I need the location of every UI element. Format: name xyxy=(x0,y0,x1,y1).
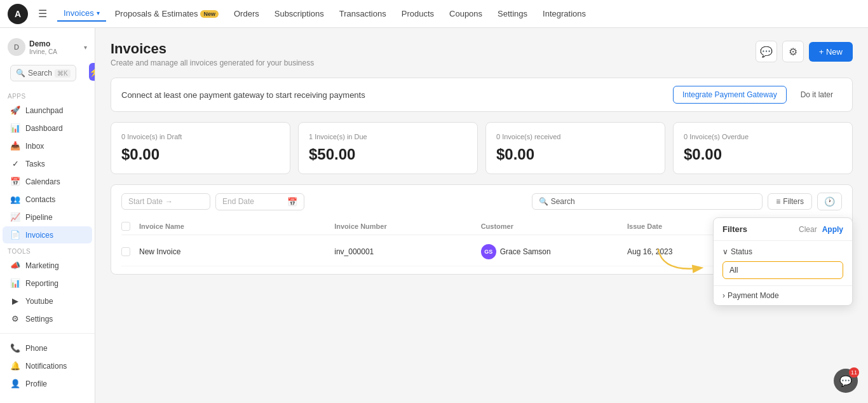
end-date-input[interactable]: End Date 📅 xyxy=(215,193,304,210)
banner-text: Connect at least one payment gateway to … xyxy=(121,90,365,100)
invoice-name[interactable]: New Invoice xyxy=(139,247,334,256)
contacts-icon: 👥 xyxy=(10,195,20,204)
sidebar-item-label: Launchpad xyxy=(25,106,63,115)
keyboard-shortcut: ⌘K xyxy=(55,69,71,78)
customer-avatar: GS xyxy=(481,244,496,259)
filter-payment-header[interactable]: › Payment Mode xyxy=(722,291,843,300)
filter-status-input[interactable] xyxy=(722,261,843,279)
stat-label: 0 Invoice(s) Overdue xyxy=(684,133,842,140)
filter-panel-title: Filters xyxy=(722,224,747,234)
sidebar-item-label: Dashboard xyxy=(25,124,63,133)
sidebar-item-label: Contacts xyxy=(25,195,55,204)
reporting-icon: 📊 xyxy=(10,278,20,288)
nav-item-integrations[interactable]: Integrations xyxy=(536,6,592,21)
sidebar-item-label: Invoices xyxy=(25,231,53,240)
sidebar-item-label: Calendars xyxy=(25,177,60,186)
calendars-icon: 📅 xyxy=(10,177,20,186)
integrate-payment-gateway-button[interactable]: Integrate Payment Gateway xyxy=(673,86,787,104)
sidebar-item-launchpad[interactable]: 🚀Launchpad xyxy=(3,102,92,119)
content-area: Invoices Create and manage all invoices … xyxy=(95,28,868,403)
profile-location: Irvine, CA xyxy=(29,48,80,55)
dashboard-icon: 📊 xyxy=(10,123,20,133)
main-layout: D Demo Irvine, CA ▾ 🔍 Search ⌘K ⚡ Apps 🚀… xyxy=(0,28,868,403)
do-it-later-button[interactable]: Do it later xyxy=(792,86,842,104)
profile-name: Demo xyxy=(29,39,80,48)
arrow-right-icon: → xyxy=(165,197,173,206)
app-logo[interactable]: A xyxy=(8,4,28,24)
nav-badge: New xyxy=(200,10,219,18)
settings-icon-button[interactable]: ⚙ xyxy=(782,41,804,62)
sidebar-item-profile[interactable]: 👤Profile xyxy=(3,375,92,392)
sidebar-item-calendars[interactable]: 📅Calendars xyxy=(3,173,92,190)
sidebar-item-label: Tasks xyxy=(25,160,45,168)
sidebar-bottom: 📞Phone🔔Notifications👤Profile xyxy=(0,333,95,398)
filter-payment-section: › Payment Mode xyxy=(714,285,852,305)
table-search-input[interactable]: 🔍 Search xyxy=(532,193,763,210)
tools-section-label: Tools xyxy=(0,244,95,256)
search-input[interactable]: 🔍 Search ⌘K xyxy=(10,65,76,81)
nav-item-coupons[interactable]: Coupons xyxy=(443,6,489,21)
chat-badge: 11 xyxy=(849,367,859,378)
nav-item-products[interactable]: Products xyxy=(395,6,440,21)
thunder-button[interactable]: ⚡ xyxy=(89,63,95,81)
filter-clear-button[interactable]: Clear xyxy=(799,225,817,234)
chat-bubble[interactable]: 💬 11 xyxy=(834,369,858,393)
sidebar-item-label: Inbox xyxy=(25,142,44,151)
sidebar-item-settings[interactable]: ⚙Settings xyxy=(3,310,92,327)
sidebar-item-youtube[interactable]: ▶Youtube xyxy=(3,292,92,310)
chevron-down-icon: ▾ xyxy=(84,44,87,51)
stat-value: $0.00 xyxy=(684,146,842,163)
select-all-checkbox[interactable] xyxy=(121,222,130,231)
customer-cell: GS Grace Samson xyxy=(481,244,627,259)
sidebar-profile[interactable]: D Demo Irvine, CA ▾ xyxy=(0,33,95,61)
stat-card-1: 1 Invoice(s) in Due$50.00 xyxy=(298,122,478,174)
sidebar-item-tasks[interactable]: ✓Tasks xyxy=(3,155,92,172)
inbox-icon: 📥 xyxy=(10,141,20,151)
phone-icon: 📞 xyxy=(10,343,20,353)
filter-apply-button[interactable]: Apply xyxy=(822,225,843,234)
sidebar-item-label: Settings xyxy=(25,315,53,324)
nav-item-orders[interactable]: Orders xyxy=(227,6,266,21)
sidebar-item-pipeline[interactable]: 📈Pipeline xyxy=(3,208,92,226)
sidebar-item-label: Youtube xyxy=(25,297,53,306)
nav-item-invoices[interactable]: Invoices▾ xyxy=(57,6,106,22)
nav-item-proposals-&-estimates[interactable]: Proposals & EstimatesNew xyxy=(109,6,225,21)
sidebar-item-inbox[interactable]: 📥Inbox xyxy=(3,137,92,154)
new-button[interactable]: + New xyxy=(809,42,853,62)
sidebar-item-contacts[interactable]: 👥Contacts xyxy=(3,191,92,208)
chevron-right-icon: › xyxy=(722,291,725,300)
filters-button[interactable]: ≡ Filters xyxy=(768,193,812,210)
filter-payment-label: Payment Mode xyxy=(728,291,779,300)
sidebar-item-reporting[interactable]: 📊Reporting xyxy=(3,275,92,292)
sidebar-item-dashboard[interactable]: 📊Dashboard xyxy=(3,120,92,137)
stat-card-0: 0 Invoice(s) in Draft$0.00 xyxy=(111,122,290,174)
marketing-icon: 📣 xyxy=(10,261,20,270)
nav-item-transactions[interactable]: Transactions xyxy=(333,6,393,21)
tasks-icon: ✓ xyxy=(10,159,20,168)
sidebar-item-invoices[interactable]: 📄Invoices xyxy=(3,226,92,243)
chevron-down-icon: ▾ xyxy=(97,10,100,17)
filter-status-section: ∨ Status xyxy=(714,241,852,285)
sidebar-item-marketing[interactable]: 📣Marketing xyxy=(3,257,92,274)
nav-item-settings[interactable]: Settings xyxy=(491,6,534,21)
start-date-input[interactable]: Start Date → xyxy=(121,193,210,210)
search-icon: 🔍 xyxy=(16,69,25,78)
stat-card-3: 0 Invoice(s) Overdue$0.00 xyxy=(673,122,853,174)
sidebar-item-phone[interactable]: 📞Phone xyxy=(3,339,92,357)
sidebar-item-label: Phone xyxy=(25,344,48,353)
pipeline-icon: 📈 xyxy=(10,212,20,222)
filter-status-header[interactable]: ∨ Status xyxy=(722,247,843,256)
stat-label: 1 Invoice(s) in Due xyxy=(309,133,467,140)
nav-item-subscriptions[interactable]: Subscriptions xyxy=(268,6,330,21)
clock-button[interactable]: 🕐 xyxy=(817,193,842,210)
row-checkbox[interactable] xyxy=(121,247,130,256)
calendar-icon: 📅 xyxy=(287,197,297,207)
sidebar: D Demo Irvine, CA ▾ 🔍 Search ⌘K ⚡ Apps 🚀… xyxy=(0,28,95,403)
col-invoice-name: Invoice Name xyxy=(139,222,334,230)
hamburger-icon[interactable]: ☰ xyxy=(38,8,47,20)
apps-section-label: Apps xyxy=(0,89,95,101)
sidebar-item-notifications[interactable]: 🔔Notifications xyxy=(3,357,92,374)
stat-label: 0 Invoice(s) in Draft xyxy=(121,133,280,140)
chat-icon-button[interactable]: 💬 xyxy=(756,41,777,62)
invoice-number: inv_000001 xyxy=(334,247,480,256)
